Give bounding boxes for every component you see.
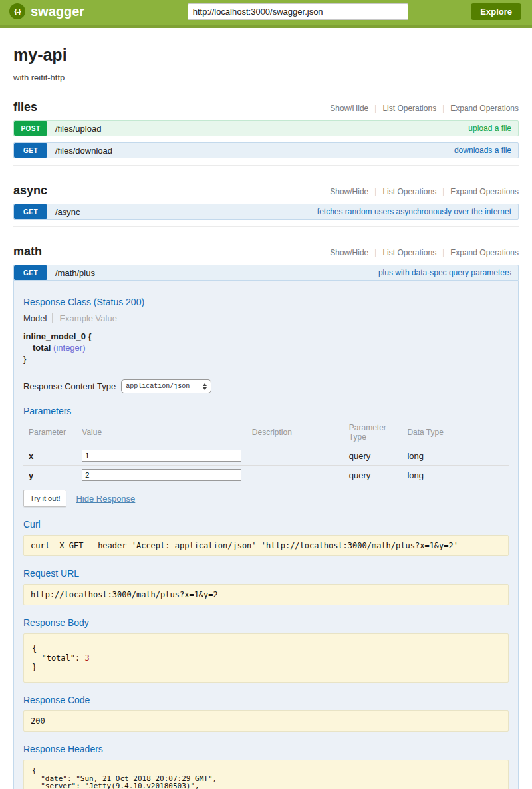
link-separator: | [442,104,444,113]
param-x-value-input[interactable] [82,450,241,462]
parameters-heading: Parameters [23,406,509,416]
endpoint-row-get-files-download[interactable]: GET /files/download downloads a file [13,142,519,158]
response-code-block: 200 [23,710,509,732]
section-math-header: math Show/Hide | List Operations | Expan… [13,245,519,259]
curl-command-block: curl -X GET --header 'Accept: applicatio… [23,535,509,556]
swagger-logo-text: swagger [31,4,84,19]
param-data-type: long [402,446,509,466]
section-async: async Show/Hide | List Operations | Expa… [13,184,519,227]
expand-operations-link[interactable]: Expand Operations [450,248,519,257]
section-files: files Show/Hide | List Operations | Expa… [13,100,519,166]
link-separator: | [374,248,376,257]
response-content-type-row: Response Content Type application/json [23,379,509,393]
response-headers-heading: Response Headers [23,744,509,754]
parameters-table: Parameter Value Description Parameter Ty… [23,422,509,484]
expand-operations-link[interactable]: Expand Operations [450,187,519,196]
section-math-controls: Show/Hide | List Operations | Expand Ope… [330,248,519,257]
method-badge: POST [14,121,47,136]
show-hide-link[interactable]: Show/Hide [330,248,368,257]
parameter-row-y: y query long [23,466,509,485]
endpoint-path-link[interactable]: /math/plus [55,268,95,278]
expand-operations-link[interactable]: Expand Operations [450,104,519,113]
tab-separator [52,313,53,323]
try-it-out-button[interactable]: Try it out! [23,490,66,507]
param-name: y [23,466,76,485]
list-operations-link[interactable]: List Operations [382,248,436,257]
model-tabs: Model Example Value [23,313,509,323]
endpoint-path-link[interactable]: /files/upload [55,124,101,134]
curl-heading: Curl [23,519,509,530]
link-separator: | [442,187,444,196]
section-async-controls: Show/Hide | List Operations | Expand Ope… [330,187,519,196]
col-parameter: Parameter [23,422,76,446]
list-operations-link[interactable]: List Operations [382,187,436,196]
endpoint-summary-link[interactable]: downloads a file [454,146,511,155]
section-files-title[interactable]: files [13,100,37,114]
param-type: query [344,446,402,466]
col-description: Description [247,422,344,446]
method-badge: GET [14,265,47,280]
show-hide-link[interactable]: Show/Hide [330,187,368,196]
endpoint-summary-link[interactable]: fetches random users asynchronously over… [317,207,511,216]
param-name: x [23,446,76,466]
endpoint-row-get-math-plus[interactable]: GET /math/plus plus with data-spec query… [13,265,519,281]
method-badge: GET [14,204,47,219]
selected-content-type: application/json [126,383,203,390]
endpoint-row-post-files-upload[interactable]: POST /files/upload upload a file [13,120,519,136]
request-url-heading: Request URL [23,568,509,579]
endpoint-path-link[interactable]: /files/download [55,146,112,156]
param-type: query [344,466,402,485]
tab-model[interactable]: Model [23,313,47,323]
parameter-row-x: x query long [23,446,509,466]
show-hide-link[interactable]: Show/Hide [330,104,368,113]
model-signature-close: } [23,353,509,365]
response-body-block: { "total": 3 } [23,633,509,683]
section-files-header: files Show/Hide | List Operations | Expa… [13,100,519,114]
response-class-heading: Response Class (Status 200) [23,297,509,307]
model-signature-open: inline_model_0 { [23,331,509,342]
main-content: my-api with reitit-http files Show/Hide … [13,45,519,789]
response-content-type-label: Response Content Type [23,381,116,391]
endpoint-row-get-async[interactable]: GET /async fetches random users asynchro… [13,204,519,220]
endpoint-path-link[interactable]: /async [55,207,80,217]
link-separator: | [374,104,376,113]
response-headers-block: { "date": "Sun, 21 Oct 2018 20:07:29 GMT… [23,760,509,789]
top-header-bar: {-} swagger Explore [0,0,532,28]
response-code-heading: Response Code [23,695,509,705]
request-url-block: http://localhost:3000/math/plus?x=1&y=2 [23,584,509,605]
parameters-header-row: Parameter Value Description Parameter Ty… [23,422,509,446]
api-title: my-api [13,45,519,65]
api-description: with reitit-http [13,73,519,82]
model-signature: inline_model_0 { total (integer) } [23,331,509,365]
endpoint-summary-link[interactable]: upload a file [468,124,511,133]
section-async-title[interactable]: async [13,184,47,198]
section-math: math Show/Hide | List Operations | Expan… [13,245,519,789]
swagger-logo-icon: {-} [9,3,25,19]
endpoint-summary-link[interactable]: plus with data-spec query parameters [378,268,511,277]
explore-button[interactable]: Explore [471,3,521,20]
hide-response-link[interactable]: Hide Response [76,494,135,504]
try-it-out-row: Try it out! Hide Response [23,490,509,507]
section-files-controls: Show/Hide | List Operations | Expand Ope… [330,104,519,113]
col-value: Value [76,422,247,446]
response-body-heading: Response Body [23,617,509,628]
link-separator: | [374,187,376,196]
response-content-type-select[interactable]: application/json [121,379,211,393]
model-property: total (integer) [23,342,509,353]
link-separator: | [442,248,444,257]
section-math-title[interactable]: math [13,245,42,259]
param-description [247,446,344,466]
col-data-type: Data Type [402,422,509,446]
swagger-logo[interactable]: {-} swagger [9,3,84,19]
spec-url-input[interactable] [188,3,408,20]
url-input-wrap [84,3,471,20]
method-badge: GET [14,143,47,158]
param-y-value-input[interactable] [82,469,241,481]
section-async-header: async Show/Hide | List Operations | Expa… [13,184,519,198]
param-description [247,466,344,485]
tab-example-value[interactable]: Example Value [59,313,116,323]
col-parameter-type: Parameter Type [344,422,402,446]
select-arrows-icon [203,383,207,390]
json-number-value: 3 [84,653,89,663]
list-operations-link[interactable]: List Operations [382,104,436,113]
